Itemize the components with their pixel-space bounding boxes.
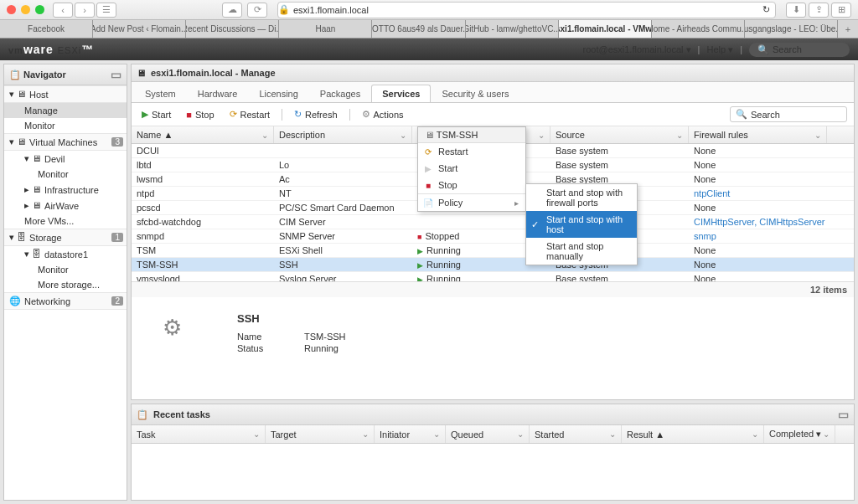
share-button[interactable]: ⇪ [809,3,829,18]
table-cell: SSH [274,258,412,271]
refresh-icon[interactable]: ↻ [762,4,770,15]
help-menu[interactable]: Help ▾ [706,44,733,55]
column-header[interactable]: Name ▲⌄ [132,126,274,143]
lock-icon: 🔒 [278,4,290,15]
policy-with-host[interactable]: Start and stop with host [526,211,637,238]
table-cell: vmsyslogd [132,272,274,281]
context-restart[interactable]: ⟳Restart [418,143,525,160]
task-column-header[interactable]: Initiator⌄ [375,425,446,443]
service-icon: ⚙ [157,312,187,342]
tabs-button[interactable]: ☰ [96,3,116,18]
manage-tab-hardware[interactable]: Hardware [187,85,249,102]
table-cell: ESXi Shell [274,244,412,257]
browser-tab[interactable]: esxi1.flomain.local - VMw... [559,20,652,38]
actions-button[interactable]: ⚙Actions [359,107,407,121]
table-cell: PC/SC Smart Card Daemon [274,201,412,214]
column-header[interactable]: Source⌄ [550,126,689,143]
header-search[interactable]: 🔍 Search [749,43,850,57]
column-header[interactable]: Firewall rules⌄ [689,126,827,143]
manage-tab-securityusers[interactable]: Security & users [431,85,519,102]
table-cell: Ac [274,172,412,186]
start-button[interactable]: ▶Start [138,107,174,121]
navigator-title: 📋 Navigator ▭ [4,64,127,85]
nav-storage[interactable]: ▾ 🗄 Storage1 [4,229,127,246]
browser-tab[interactable]: Haan [279,20,372,38]
browser-tab[interactable]: Facebook [0,20,93,38]
browser-tab[interactable]: LOTTO 6aus49 als Dauer... [372,20,465,38]
detail-name-value: TSM-SSH [304,332,472,342]
table-row[interactable]: TSMESXi ShellRunningBase systemNone [132,244,854,258]
tasks-collapse-icon[interactable]: ▭ [838,408,849,421]
services-table: Name ▲⌄Description⌄Status⌄Source⌄Firewal… [132,126,854,297]
manage-tab-licensing[interactable]: Licensing [248,85,308,102]
back-button[interactable]: ‹ [53,3,73,18]
user-menu[interactable]: root@esxi1.flomain.local ▾ [583,44,691,55]
table-cell: None [689,244,827,257]
table-cell: DCUI [132,144,274,157]
refresh-button[interactable]: ↻Refresh [291,107,341,121]
manage-tab-services[interactable]: Services [371,85,431,102]
browser-tab[interactable]: ausgangslage - LEO: Übe... [745,20,838,38]
table-row[interactable]: vmsyslogdSyslog ServerRunningBase system… [132,272,854,281]
table-cell: NT [274,187,412,200]
browser-tab[interactable]: Recent Discussions — Di... [186,20,279,38]
table-cell: None [689,172,827,186]
policy-firewall[interactable]: Start and stop with firewall ports [526,184,637,211]
table-cell: Base system [550,158,689,172]
browser-tabs: FacebookAdd New Post ‹ Flomain...Recent … [0,20,858,39]
nav-virtualmachines[interactable]: ▾ 🖥 Virtual Machines3 [4,133,127,151]
window-close[interactable] [7,5,16,14]
download-button[interactable]: ⬇ [786,3,806,18]
nav-host-manage[interactable]: Manage [4,103,127,118]
nav-storage-more[interactable]: More storage... [4,277,127,292]
detail-title: SSH [237,312,472,325]
table-cell: TSM-SSH [132,258,274,271]
column-header[interactable]: Description⌄ [274,126,412,143]
nav-storage-monitor[interactable]: Monitor [4,262,127,277]
table-row[interactable]: sfcbd-watchdogCIM ServerBase systemCIMHt… [132,215,854,229]
policy-manual[interactable]: Start and stop manually [526,238,637,265]
tabs2-button[interactable]: ⊞ [831,3,851,18]
nav-host[interactable]: ▾ 🖥 Host [4,85,127,103]
nav-vm-infrastructure[interactable]: ▸ 🖥 Infrastructure [4,182,127,198]
window-maximize[interactable] [35,5,44,14]
nav-host-monitor[interactable]: Monitor [4,118,127,133]
task-column-header[interactable]: Result ▲⌄ [622,425,764,443]
task-column-header[interactable]: Queued⌄ [446,425,530,443]
nav-networking[interactable]: 🌐 Networking2 [4,292,127,310]
table-cell: lbtd [132,158,274,172]
nav-vm-more[interactable]: More VMs... [4,213,127,229]
table-row[interactable]: snmpdSNMP ServerStoppedBase systemsnmp [132,229,854,244]
task-column-header[interactable]: Task⌄ [132,425,266,443]
new-tab-button[interactable]: + [838,20,858,38]
address-bar[interactable]: 🔒 esxi1.flomain.local ↻ [277,2,776,18]
nav-vm-airwave[interactable]: ▸ 🖥 AirWave [4,198,127,213]
reader-button[interactable]: ☁ [222,3,242,18]
browser-tab[interactable]: Home - Airheads Commu... [652,20,745,38]
task-column-header[interactable]: Started⌄ [530,425,622,443]
table-cell: None [689,258,827,271]
browser-tab[interactable]: Add New Post ‹ Flomain... [93,20,186,38]
manage-tab-packages[interactable]: Packages [309,85,371,102]
detail-status-label: Status [237,343,304,353]
collapse-icon[interactable]: ▭ [111,68,121,81]
context-stop[interactable]: ■Stop [418,177,525,193]
forward-button[interactable]: › [75,3,95,18]
browser-tab[interactable]: GitHub - lamw/ghettoVC... [466,20,559,38]
table-cell: Base system [550,272,689,281]
window-minimize[interactable] [21,5,30,14]
table-search[interactable]: 🔍 Search [730,106,847,122]
table-row[interactable]: TSM-SSHSSHRunningBase systemNone [132,258,854,272]
stop-button[interactable]: ■Stop [183,108,217,121]
window-controls [7,5,44,14]
nav-storage-datastore1[interactable]: ▾ 🗄 datastore1 [4,246,127,262]
nav-vm-devil[interactable]: ▾ 🖥 Devil [4,151,127,167]
reload-button[interactable]: ⟳ [247,3,267,18]
nav-vm-devil-monitor[interactable]: Monitor [4,167,127,182]
task-column-header[interactable]: Completed ▾⌄ [764,425,835,443]
context-policy[interactable]: 📄Policy▸ [418,194,525,211]
manage-tab-system[interactable]: System [134,85,187,102]
restart-button[interactable]: ⟳Restart [226,107,273,121]
task-column-header[interactable]: Target⌄ [266,425,375,443]
table-cell: pcscd [132,201,274,214]
